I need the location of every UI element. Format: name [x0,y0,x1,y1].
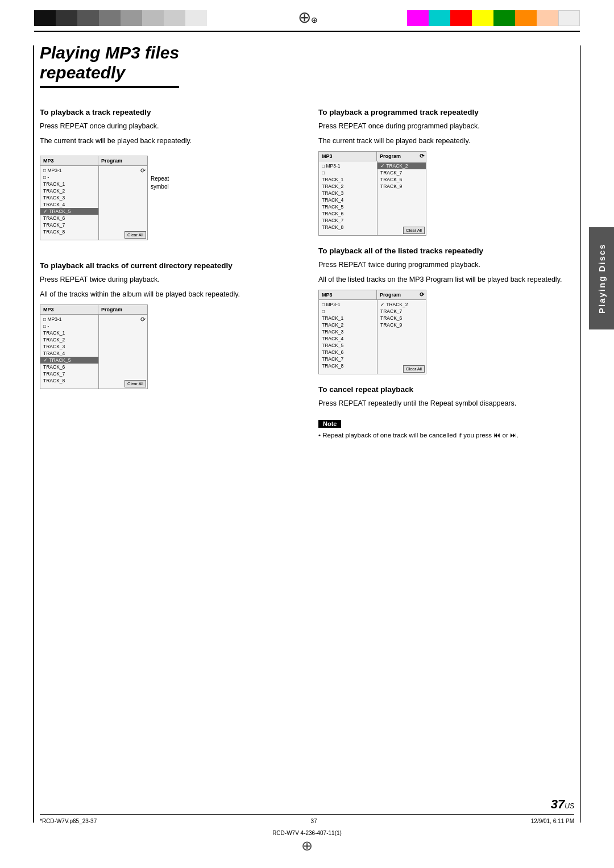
crosshair-bottom: ⊕ [301,838,313,854]
footer-model: RCD-W7V 4-236-407-11(1) [272,830,342,836]
section-all-listed-heading: To playback all of the listed tracks rep… [318,246,574,256]
mp3-ui-1-wrapper: MP3 Program □ MP3-1 □ - TRACK_1 TRACK_2 … [40,151,148,249]
mp3-ui-1-tracks: □ MP3-1 □ - TRACK_1 TRACK_2 TRACK_3 TRAC… [40,166,99,240]
crosshair-top: ⊕ [296,10,318,26]
bar-gray2 [121,10,142,26]
section-all-tracks-dir-heading: To playback all tracks of current direct… [40,261,296,271]
track2-4: TRACK_4 [40,350,98,357]
mp3-ui-2-program: ⟳ Clear All [99,315,147,389]
page-title: Playing MP3 files repeatedly [40,43,179,82]
section-prog-track-body1: Press REPEAT once during programmed play… [318,121,574,132]
clear-all-btn-4[interactable]: Clear All [403,365,425,373]
right-border [580,45,582,823]
mp3-ui-1-body: □ MP3-1 □ - TRACK_1 TRACK_2 TRACK_3 TRAC… [40,166,147,240]
footer-row: *RCD-W7V.p65_23-37 37 12/9/01, 6:11 PM [40,818,574,824]
section-prog-track-heading: To playback a programmed track repeatedl… [318,107,574,118]
prog3-2: TRACK_7 [377,169,426,176]
top-bar-container: ⊕ [0,0,614,26]
page-number: 37 [551,797,565,811]
track-4: TRACK_4 [40,201,98,208]
footer-left: *RCD-W7V.p65_23-37 [40,818,97,824]
note-next-icon: ⏭ [510,431,517,439]
track2-8: TRACK_8 [40,377,98,384]
track2-5-selected: ✓ TRACK_5 [40,357,98,364]
repeat-icon-1: ⟳ [140,167,146,174]
side-tab-label: Playing Discs [597,243,607,314]
track4-4: TRACK_4 [319,335,377,342]
section-cancel-body1: Press REPEAT repeatedly until the Repeat… [318,398,574,409]
repeat-symbol-label: Repeatsymbol [151,175,185,191]
repeat-icon-2: ⟳ [140,316,146,323]
section-all-tracks-dir-body1: Press REPEAT twice during playback. [40,274,296,285]
track4-2: TRACK_2 [319,322,377,328]
mp3-ui-3: MP3 Program ⟳ □ MP3-1 □ TRACK_1 TRACK_2 … [318,151,426,236]
bar-green [493,10,515,26]
bar-gray4 [164,10,185,26]
track4-3: TRACK_3 [319,328,377,335]
bar-light [558,10,580,26]
section-all-listed-body2: All of the listed tracks on the MP3 Prog… [318,274,574,285]
prog3-4: TRACK_9 [377,183,426,190]
mp3-ui-2-mp3-label: MP3 [40,305,98,314]
section-all-tracks-dir-body2: All of the tracks within the album will … [40,289,296,300]
note-prev-icon: ⏮ [493,431,500,439]
track-8: TRACK_8 [40,228,98,235]
track4-root: □ MP3-1 [319,301,377,308]
section-all-listed-body1: Press REPEAT twice during programmed pla… [318,260,574,270]
track-3: TRACK_3 [40,194,98,201]
section-track-repeat: To playback a track repeatedly Press REP… [40,107,296,249]
col-right: To playback a programmed track repeatedl… [318,107,574,441]
mp3-ui-4-prog-label: Program ⟳ [377,290,426,299]
track-2: TRACK_2 [40,187,98,194]
mp3-ui-1-program: ⟳ Clear All [99,166,147,240]
bar-red [450,10,472,26]
track2-sub: □ - [40,323,98,329]
mp3-ui-3-body: □ MP3-1 □ TRACK_1 TRACK_2 TRACK_3 TRACK_… [319,161,426,235]
mp3-ui-1-mp3-label: MP3 [40,156,98,165]
track3-2: TRACK_2 [319,183,377,190]
page-title-section: Playing MP3 files repeatedly [40,43,179,88]
col-left: To playback a track repeatedly Press REP… [40,107,296,441]
section-all-listed: To playback all of the listed tracks rep… [318,246,574,374]
page-number-suffix: US [565,802,574,810]
mp3-ui-2-header: MP3 Program [40,305,147,315]
clear-all-btn-2[interactable]: Clear All [125,380,146,387]
footer-center-page: 37 [310,818,317,824]
clear-all-btn-1[interactable]: Clear All [125,231,146,239]
track4-7: TRACK_7 [319,356,377,362]
track-5-selected: ✓ TRACK_5 [40,208,98,215]
track3-sub: □ [319,169,377,176]
track2-1: TRACK_1 [40,329,98,336]
section-prog-track-body2: The current track will be played back re… [318,136,574,147]
note-text-or: or [503,432,508,439]
bar-pink [537,10,558,26]
section-cancel: To cancel repeat playback Press REPEAT r… [318,385,574,408]
track3-6: TRACK_6 [319,210,377,217]
mp3-ui-2-tracks: □ MP3-1 □ - TRACK_1 TRACK_2 TRACK_3 TRAC… [40,315,99,389]
repeat-icon-4: ⟳ [420,291,424,298]
two-col-layout: To playback a track repeatedly Press REP… [40,107,574,441]
prog4-4: TRACK_9 [377,322,426,328]
mp3-ui-3-mp3-label: MP3 [319,152,377,161]
section-cancel-heading: To cancel repeat playback [318,385,574,395]
track-sub: □ - [40,174,98,181]
prog4-2: TRACK_7 [377,308,426,315]
bar-yellow [472,10,493,26]
prog4-3: TRACK_6 [377,315,426,322]
footer-right: 12/9/01, 6:11 PM [531,818,574,824]
note-box: Note • Repeat playback of one track will… [318,419,574,440]
note-label: Note [318,420,341,428]
section-prog-track: To playback a programmed track repeatedl… [318,107,574,236]
track3-1: TRACK_1 [319,176,377,183]
bar-cyan [429,10,450,26]
track-6: TRACK_6 [40,215,98,222]
clear-all-btn-3[interactable]: Clear All [403,227,425,234]
footer-line [40,814,574,815]
page-bottom: 37US *RCD-W7V.p65_23-37 37 12/9/01, 6:11… [40,797,574,837]
bar-gray3 [142,10,164,26]
track2-2: TRACK_2 [40,336,98,343]
track3-8: TRACK_8 [319,224,377,231]
left-border [33,45,34,823]
repeat-icon-3: ⟳ [420,153,424,159]
bar-black3 [77,10,99,26]
